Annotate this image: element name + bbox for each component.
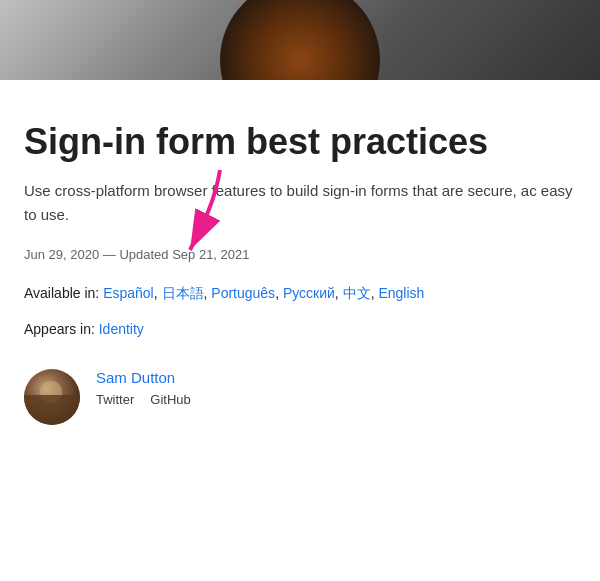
author-links: Twitter GitHub [96, 392, 191, 407]
appears-in-label: Appears in: [24, 321, 99, 337]
avatar [24, 369, 80, 425]
appears-in: Appears in: Identity [24, 321, 576, 337]
page-title: Sign-in form best practices [24, 120, 576, 163]
github-link[interactable]: GitHub [150, 392, 190, 407]
available-in: Available in: Español, 日本語, Português, Р… [24, 282, 576, 304]
twitter-link[interactable]: Twitter [96, 392, 134, 407]
lang-chinese[interactable]: 中文 [343, 285, 371, 301]
article-date: Jun 29, 2020 — Updated Sep 21, 2021 [24, 247, 576, 262]
article-description: Use cross-platform browser features to b… [24, 179, 576, 227]
author-info: Sam Dutton Twitter GitHub [96, 369, 191, 407]
lang-espanol[interactable]: Español [103, 285, 154, 301]
lang-portuguese[interactable]: Português [211, 285, 275, 301]
appears-in-identity[interactable]: Identity [99, 321, 144, 337]
hero-image [0, 0, 600, 80]
author-name[interactable]: Sam Dutton [96, 369, 191, 386]
lang-japanese[interactable]: 日本語 [162, 285, 204, 301]
lang-english[interactable]: English [378, 285, 424, 301]
available-in-label: Available in: [24, 285, 103, 301]
author-section: Sam Dutton Twitter GitHub [24, 369, 576, 425]
lang-russian[interactable]: Русский [283, 285, 335, 301]
